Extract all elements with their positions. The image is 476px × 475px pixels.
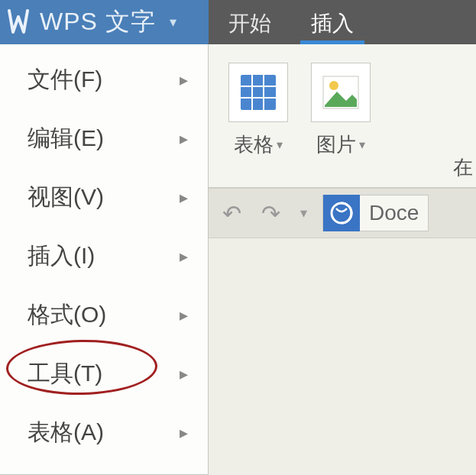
- document-icon: [323, 195, 360, 231]
- chevron-down-icon: ▾: [359, 137, 365, 152]
- document-label: Doce: [369, 201, 419, 225]
- chevron-right-icon: ▸: [180, 70, 188, 90]
- app-logo-icon: [6, 8, 31, 37]
- menu-item-label: 文件(F): [28, 64, 102, 95]
- ribbon-group-picture[interactable]: 图片 ▾: [303, 63, 378, 158]
- app-title[interactable]: WPS 文字: [40, 5, 156, 39]
- chevron-right-icon: ▸: [180, 364, 188, 384]
- menu-item-insert[interactable]: 插入(I) ▸: [0, 227, 208, 286]
- title-dropdown-icon[interactable]: ▾: [170, 14, 176, 31]
- document-canvas[interactable]: [209, 238, 476, 475]
- menu-item-window[interactable]: 窗口(W) ▸: [0, 462, 208, 475]
- menu-item-edit[interactable]: 编辑(E) ▸: [0, 109, 208, 168]
- chevron-right-icon: ▸: [180, 305, 188, 325]
- svg-rect-0: [241, 75, 276, 110]
- document-tab[interactable]: Doce: [322, 195, 429, 231]
- quick-toolbar: ↶ ↷ ▾ Doce: [209, 188, 476, 238]
- menu-item-label: 视图(V): [28, 182, 104, 213]
- menu-item-label: 编辑(E): [28, 123, 104, 154]
- chevron-right-icon: ▸: [180, 247, 188, 267]
- menu-item-label: 表格(A): [28, 417, 104, 448]
- chevron-right-icon: ▸: [180, 129, 188, 149]
- toolbar-caret[interactable]: ▾: [296, 202, 312, 225]
- svg-point-6: [329, 81, 338, 90]
- tab-insert[interactable]: 插入: [291, 2, 374, 44]
- main-menu-dropdown: 文件(F) ▸ 编辑(E) ▸ 视图(V) ▸ 插入(I) ▸ 格式(O) ▸ …: [0, 44, 209, 475]
- menu-item-label: 插入(I): [28, 241, 95, 272]
- ribbon: 表格 ▾ 图片 ▾ 在: [209, 44, 476, 188]
- ribbon-group-table[interactable]: 表格 ▾: [221, 63, 296, 158]
- menu-item-tools[interactable]: 工具(T) ▸: [0, 344, 208, 403]
- tab-start[interactable]: 开始: [209, 2, 291, 44]
- menu-item-file[interactable]: 文件(F) ▸: [0, 50, 208, 109]
- menu-item-format[interactable]: 格式(O) ▸: [0, 286, 208, 344]
- picture-icon: [311, 63, 371, 122]
- chevron-right-icon: ▸: [180, 423, 188, 443]
- redo-button[interactable]: ↷: [257, 197, 285, 230]
- chevron-down-icon: ▾: [277, 137, 283, 152]
- table-icon: [228, 63, 288, 122]
- chevron-right-icon: ▸: [180, 188, 188, 208]
- tabbar: 开始 插入: [209, 0, 476, 44]
- undo-button[interactable]: ↶: [218, 197, 246, 230]
- ribbon-label-partial: 在: [453, 154, 476, 181]
- menu-item-label: 格式(O): [28, 299, 106, 331]
- menu-item-label: 工具(T): [28, 358, 102, 389]
- ribbon-label: 表格: [234, 131, 274, 158]
- menu-item-table[interactable]: 表格(A) ▸: [0, 403, 208, 462]
- ribbon-label: 图片: [316, 131, 356, 158]
- menu-item-view[interactable]: 视图(V) ▸: [0, 168, 208, 227]
